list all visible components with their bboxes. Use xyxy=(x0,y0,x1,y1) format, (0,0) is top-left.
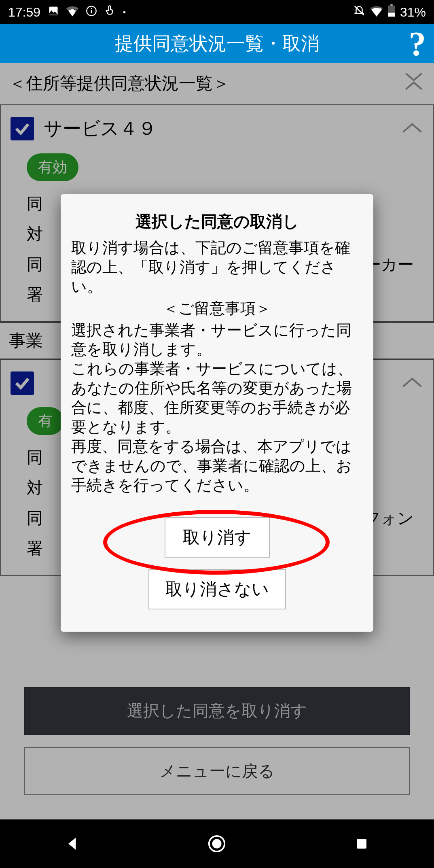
android-nav-bar xyxy=(0,819,434,868)
confirm-cancel-button[interactable]: 取り消す xyxy=(165,517,270,558)
status-time: 17:59 xyxy=(8,5,40,20)
wifi-unknown-icon: ? xyxy=(66,5,78,20)
dismiss-button[interactable]: 取り消さない xyxy=(148,569,286,609)
svg-rect-7 xyxy=(390,4,392,6)
svg-point-4 xyxy=(91,8,92,9)
dot-icon: • xyxy=(123,8,126,17)
touch-icon xyxy=(104,4,116,20)
dialog-notes-label: ＜ご留意事項＞ xyxy=(71,299,363,318)
nav-back-button[interactable] xyxy=(60,832,85,856)
android-status-bar: 17:59 ? • x 31% xyxy=(0,0,434,24)
nav-recents-button[interactable] xyxy=(349,832,374,856)
dialog-text: これらの事業者・サービスについては、あなたの住所や氏名等の変更があった場合に、都… xyxy=(71,359,363,437)
dialog-text: 再度、同意をする場合は、本アプリではできませんので、事業者に確認の上、お手続きを… xyxy=(71,437,363,495)
dialog-text: 選択された事業者・サービスに行った同意を取り消します。 xyxy=(71,321,363,360)
confirm-dialog: 選択した同意の取消し 取り消す場合は、下記のご留意事項を確認の上、「取り消す」を… xyxy=(61,194,373,632)
dnd-icon xyxy=(353,4,365,20)
svg-text:?: ? xyxy=(74,8,77,13)
battery-percent: 31% xyxy=(400,5,426,20)
dialog-title: 選択した同意の取消し xyxy=(71,210,363,233)
app-header: 提供同意状況一覧・取消 ? xyxy=(0,24,434,63)
svg-rect-12 xyxy=(357,839,366,849)
svg-rect-9 xyxy=(388,13,395,17)
dialog-text: 取り消す場合は、下記のご留意事項を確認の上、「取り消す」を押してください。 xyxy=(71,238,363,297)
nav-home-button[interactable] xyxy=(205,832,229,856)
battery-icon xyxy=(388,4,395,20)
wifi-icon: x xyxy=(370,5,383,20)
info-icon xyxy=(86,5,97,20)
svg-point-11 xyxy=(212,839,222,849)
image-icon xyxy=(48,5,59,20)
header-title: 提供同意状況一覧・取消 xyxy=(115,31,320,56)
help-icon[interactable]: ? xyxy=(409,24,426,64)
svg-text:x: x xyxy=(380,6,382,11)
